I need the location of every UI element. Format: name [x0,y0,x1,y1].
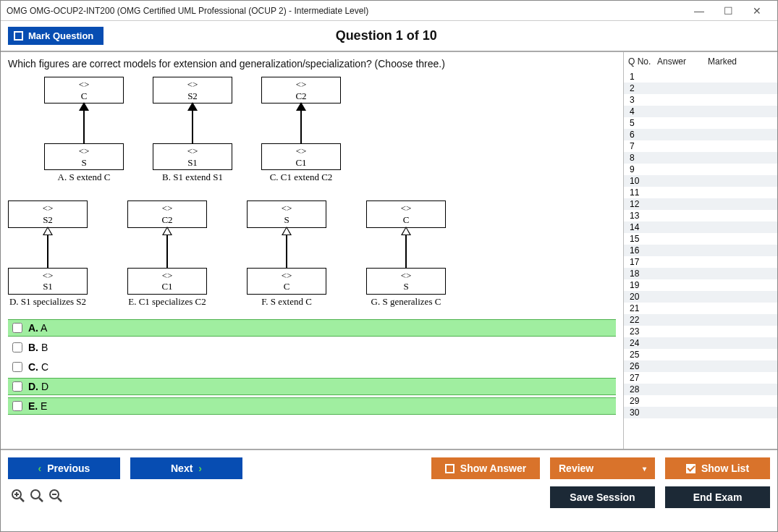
uml-top-box: <>C [44,77,124,104]
answer-checkbox[interactable] [12,362,22,372]
next-button[interactable]: Next › [130,457,242,479]
question-list-row[interactable]: 23 [624,326,777,337]
question-list-row[interactable]: 20 [624,291,777,303]
question-text: Which figures are correct models for ext… [8,58,616,69]
footer-toolbar: ‹ Previous Next › Show Answer Review ▾ S… [1,449,777,515]
uml-bottom-box: <>S [366,268,446,295]
question-list-row[interactable]: 25 [624,349,777,360]
review-button[interactable]: Review ▾ [550,457,655,479]
uml-caption: C. C1 extend C2 [270,172,333,183]
uml-top-box: <>S2 [8,200,88,227]
question-counter: Question 1 of 10 [2,28,770,43]
window-titlebar: OMG OMG-OCUP2-INT200 (OMG Certified UML … [1,1,777,21]
answer-option[interactable]: E. E [8,397,616,415]
question-list-row[interactable]: 22 [624,314,777,326]
uml-arrow [405,227,407,268]
question-list-row[interactable]: 11 [624,187,777,198]
question-list-row[interactable]: 26 [624,360,777,372]
uml-top-box: <>C2 [261,77,341,104]
uml-arrow [286,227,287,268]
show-answer-label: Show Answer [460,463,526,474]
zoom-reset-icon[interactable] [30,489,44,507]
question-list-row[interactable]: 19 [624,279,777,291]
question-list-row[interactable]: 27 [624,372,777,384]
question-list-row[interactable]: 13 [624,210,777,221]
uml-bottom-box: <>C [247,268,326,295]
uml-caption: A. S extend C [58,172,111,183]
question-list-row[interactable]: 18 [624,268,777,279]
svg-line-5 [39,498,43,502]
show-answer-button[interactable]: Show Answer [431,457,540,479]
uml-arrow [47,227,48,268]
zoom-in-icon[interactable] [11,489,25,507]
answer-options: A. AB. BC. CD. DE. E [8,319,616,415]
uml-caption: G. S generalizes C [371,296,441,308]
uml-arrow [83,103,85,143]
question-list-row[interactable]: 12 [624,198,777,210]
svg-line-1 [20,498,24,502]
question-list-row[interactable]: 5 [624,117,777,129]
answer-label: D. D [28,381,48,392]
chevron-left-icon: ‹ [38,463,42,474]
show-list-button[interactable]: Show List [665,457,770,479]
question-list-row[interactable]: 28 [624,384,777,395]
question-list-row[interactable]: 24 [624,337,777,349]
question-list-row[interactable]: 3 [624,94,777,106]
col-qno: Q No. [628,56,657,67]
question-list-row[interactable]: 21 [624,303,777,314]
uml-bottom-box: <>C1 [127,268,207,295]
uml-top-box: <>S2 [153,77,232,104]
question-list-row[interactable]: 30 [624,407,777,418]
question-list-row[interactable]: 17 [624,256,777,268]
uml-top-box: <>C [366,200,446,227]
uml-bottom-box: <>S1 [8,268,88,295]
uml-figure: <>C<>SA. S extend C [44,77,124,183]
question-list-row[interactable]: 4 [624,106,777,117]
previous-button[interactable]: ‹ Previous [8,457,120,479]
col-answer: Answer [657,56,708,67]
answer-option[interactable]: A. A [8,319,616,337]
question-list-row[interactable]: 1 [624,71,777,83]
answer-checkbox[interactable] [12,323,22,333]
uml-top-box: <>C2 [127,200,207,227]
show-answer-checkbox-icon [445,464,454,473]
uml-figure: <>S<>CF. S extend C [247,200,326,307]
question-list[interactable]: 1234567891011121314151617181920212223242… [624,71,777,449]
question-list-row[interactable]: 7 [624,140,777,152]
answer-option[interactable]: B. B [8,339,616,356]
question-list-row[interactable]: 2 [624,83,777,94]
answer-checkbox[interactable] [12,381,22,392]
uml-arrow [192,103,193,143]
uml-arrow [166,227,168,268]
answer-label: B. B [28,342,48,353]
close-icon[interactable]: ✕ [743,2,771,20]
next-label: Next [171,463,193,474]
question-list-row[interactable]: 9 [624,164,777,175]
answer-option[interactable]: C. C [8,358,616,376]
chevron-right-icon: › [198,463,202,474]
save-session-button[interactable]: Save Session [550,486,655,508]
question-list-row[interactable]: 8 [624,152,777,164]
question-list-row[interactable]: 14 [624,221,777,233]
answer-checkbox[interactable] [12,401,22,411]
uml-caption: D. S1 specializes S2 [9,296,86,308]
uml-bottom-box: <>S1 [153,143,232,170]
question-list-row[interactable]: 10 [624,175,777,187]
question-pane[interactable]: Which figures are correct models for ext… [1,52,623,449]
answer-checkbox[interactable] [12,342,22,352]
question-list-row[interactable]: 15 [624,233,777,245]
question-list-row[interactable]: 6 [624,129,777,140]
end-exam-button[interactable]: End Exam [665,486,770,508]
question-list-row[interactable]: 29 [624,395,777,407]
answer-label: C. C [28,361,48,373]
question-list-row[interactable]: 16 [624,245,777,256]
uml-figure: <>C2<>C1C. C1 extend C2 [261,77,341,183]
answer-option[interactable]: D. D [8,378,616,395]
minimize-icon[interactable]: — [685,2,714,20]
previous-label: Previous [47,463,90,474]
show-list-label: Show List [701,463,749,474]
col-marked: Marked [708,56,773,67]
uml-arrow [300,103,302,143]
maximize-icon[interactable]: ☐ [714,2,743,20]
zoom-out-icon[interactable] [48,489,63,507]
